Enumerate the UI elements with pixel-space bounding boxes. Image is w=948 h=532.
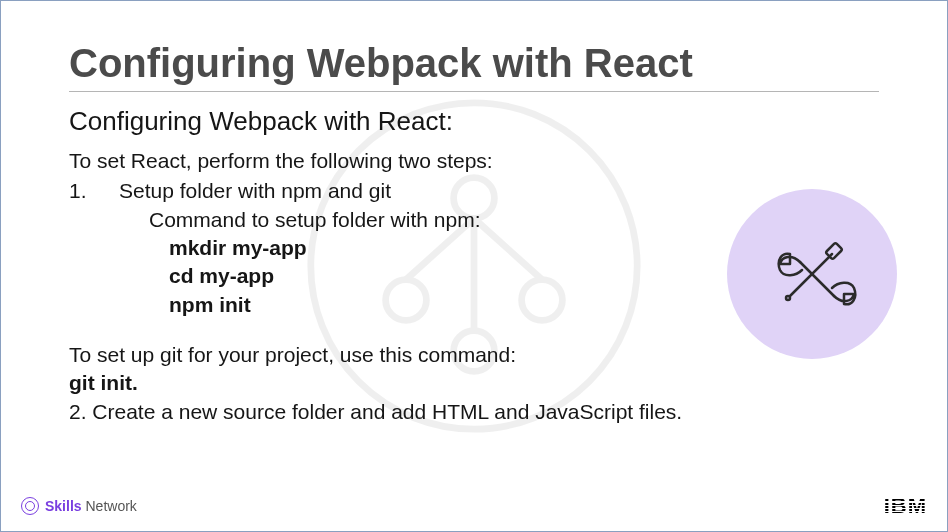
skills-badge-icon [21,497,39,515]
intro-text: To set React, perform the following two … [69,147,879,175]
step1-text: Setup folder with npm and git [119,177,391,205]
step2-text: 2. Create a new source folder and add HT… [69,398,879,426]
skills-network-logo: Skills Network [21,497,137,515]
svg-point-10 [786,296,790,300]
step1-number: 1. [69,177,119,205]
git-intro-text: To set up git for your project, use this… [69,341,879,369]
command-git-init: git init. [69,369,879,397]
ibm-logo: IBM [884,493,927,519]
tools-icon [727,189,897,359]
slide-subtitle: Configuring Webpack with React: [69,106,879,137]
footer-network-label: Network [82,498,137,514]
footer-skills-label: Skills [45,498,82,514]
footer: Skills Network IBM [21,493,927,519]
slide-title: Configuring Webpack with React [69,41,879,92]
